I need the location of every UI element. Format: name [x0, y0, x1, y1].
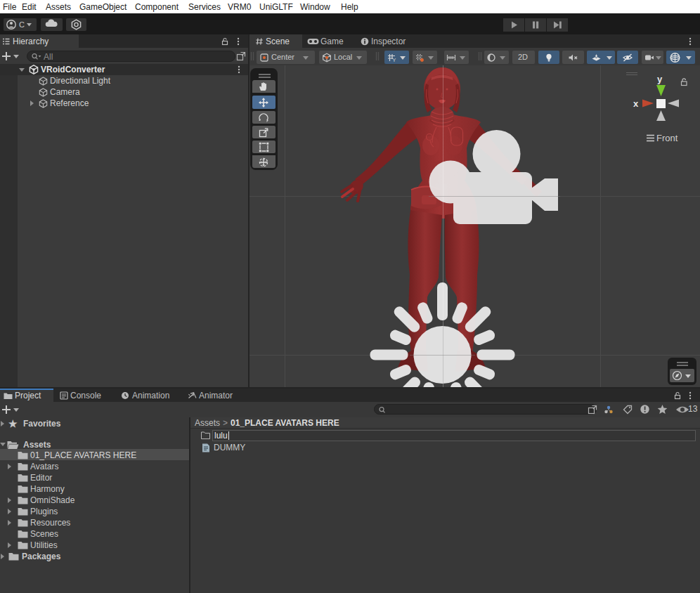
svg-text:Front: Front	[656, 133, 678, 143]
svg-text:x: x	[633, 98, 639, 109]
svg-text:C: C	[19, 20, 25, 29]
svg-text:Y: Y	[393, 58, 396, 63]
svg-text:y: y	[657, 74, 663, 84]
